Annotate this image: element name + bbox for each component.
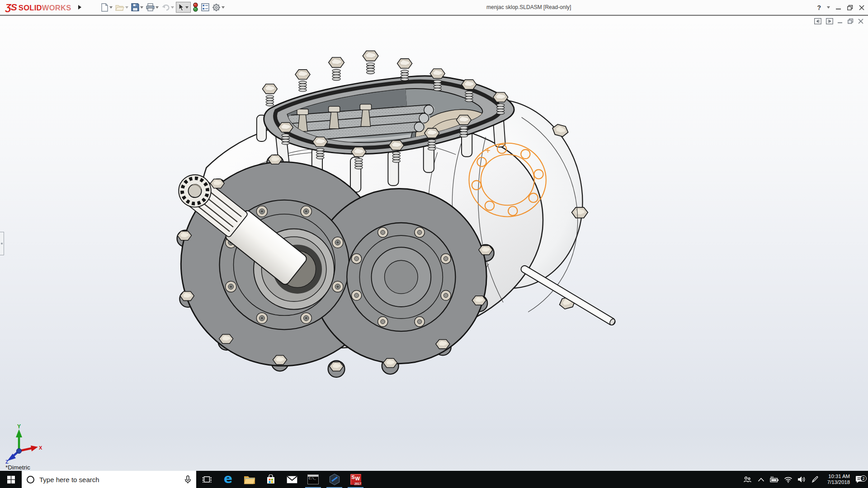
rebuild-stoplight-icon bbox=[193, 3, 198, 12]
solidworks-2017-icon: S W 2017 bbox=[350, 474, 362, 485]
windows-ink-pen-icon bbox=[811, 476, 819, 483]
triad-y-label: Y bbox=[17, 424, 21, 430]
printer-icon bbox=[146, 3, 155, 11]
new-document-icon bbox=[101, 3, 108, 12]
dropdown-caret-icon[interactable] bbox=[109, 6, 113, 9]
save-floppy-icon bbox=[131, 3, 139, 11]
help-button[interactable]: ? bbox=[817, 4, 821, 11]
chevron-up-icon bbox=[758, 478, 764, 482]
options-button[interactable] bbox=[211, 2, 226, 13]
graphics-viewport[interactable]: Y X Z *Dimetric bbox=[0, 15, 868, 471]
output-shaft-thin[interactable] bbox=[520, 264, 617, 326]
tray-clock[interactable]: 10:31 AM 7/13/2018 bbox=[822, 474, 851, 486]
menu-flyout-arrow[interactable] bbox=[78, 5, 82, 10]
search-input[interactable] bbox=[39, 476, 179, 483]
edge-icon: e bbox=[224, 473, 232, 485]
new-document-button[interactable] bbox=[100, 2, 113, 13]
file-properties-button[interactable] bbox=[200, 2, 210, 13]
taskbar-mail[interactable] bbox=[281, 471, 302, 488]
open-folder-icon bbox=[115, 4, 124, 11]
help-caret-icon[interactable] bbox=[827, 6, 830, 9]
taskbar-edge[interactable]: e bbox=[217, 471, 239, 488]
orientation-triad: Y X Z bbox=[2, 424, 45, 464]
print-button[interactable] bbox=[145, 2, 160, 13]
quick-access-toolbar bbox=[100, 1, 226, 13]
titlebar-controls: ? bbox=[817, 0, 864, 15]
taskbar-search-box[interactable] bbox=[22, 471, 196, 488]
solidworks-window: ƷS SOLID WORKS bbox=[0, 0, 868, 488]
3d-model-gearbox-assembly[interactable] bbox=[0, 16, 868, 471]
close-button[interactable] bbox=[859, 5, 864, 10]
taskbar-store[interactable] bbox=[260, 471, 281, 488]
triad-z-label: Z bbox=[5, 459, 9, 464]
rebuild-button[interactable] bbox=[192, 1, 199, 13]
select-tool-button[interactable] bbox=[176, 2, 191, 13]
battery-charging-icon bbox=[770, 476, 779, 483]
doc-close-button[interactable] bbox=[858, 19, 863, 24]
taskbar-file-explorer[interactable] bbox=[239, 471, 260, 488]
task-view-icon bbox=[203, 475, 212, 483]
tray-volume-button[interactable] bbox=[795, 471, 808, 488]
options-gear-icon bbox=[212, 3, 221, 12]
wifi-icon bbox=[784, 476, 793, 483]
tray-pen-button[interactable] bbox=[808, 471, 822, 488]
ds-logo-mark: ƷS bbox=[5, 2, 17, 13]
clock-date: 7/13/2018 bbox=[822, 479, 850, 486]
doc-restore-button[interactable] bbox=[848, 19, 854, 24]
solidworks-logo: ƷS SOLID WORKS bbox=[5, 2, 71, 13]
tray-battery-button[interactable] bbox=[768, 471, 781, 488]
doc-minimize-button[interactable] bbox=[838, 19, 843, 24]
undo-arrow-icon bbox=[161, 4, 170, 11]
task-view-button[interactable] bbox=[196, 471, 217, 488]
dropdown-caret-icon[interactable] bbox=[171, 6, 174, 9]
people-icon bbox=[743, 476, 751, 483]
triad-x-label: X bbox=[39, 445, 42, 450]
titlebar: ƷS SOLID WORKS bbox=[0, 0, 868, 15]
dropdown-caret-icon[interactable] bbox=[125, 6, 128, 9]
minimize-button[interactable] bbox=[836, 5, 841, 10]
dropdown-caret-icon[interactable] bbox=[185, 6, 189, 9]
notification-badge: 2 bbox=[860, 475, 867, 482]
restore-button[interactable] bbox=[847, 5, 853, 10]
system-tray: 10:31 AM 7/13/2018 2 bbox=[741, 471, 868, 488]
dropdown-caret-icon[interactable] bbox=[140, 6, 143, 9]
undo-button[interactable] bbox=[160, 3, 175, 12]
previous-window-button[interactable] bbox=[814, 18, 821, 24]
taskbar-command-prompt[interactable]: C:\_ bbox=[302, 471, 324, 488]
document-window-controls bbox=[814, 18, 863, 24]
file-explorer-icon bbox=[244, 475, 255, 484]
tray-people-button[interactable] bbox=[741, 471, 754, 488]
start-button[interactable] bbox=[0, 471, 22, 488]
dropdown-caret-icon[interactable] bbox=[222, 6, 225, 9]
taskbar-solidworks[interactable]: S W 2017 bbox=[345, 471, 366, 488]
hexagon-app-icon bbox=[329, 474, 340, 485]
windows-logo-icon bbox=[7, 476, 15, 483]
feature-manager-collapsed-tab[interactable] bbox=[0, 232, 4, 255]
dropdown-caret-icon[interactable] bbox=[156, 6, 159, 9]
file-properties-icon bbox=[201, 3, 209, 11]
microphone-icon[interactable] bbox=[184, 475, 191, 484]
window-title: menjac sklop.SLDASM [Read-only] bbox=[486, 4, 571, 10]
save-button[interactable] bbox=[130, 2, 144, 13]
action-center-button[interactable]: 2 bbox=[851, 475, 868, 483]
tray-overflow-button[interactable] bbox=[754, 471, 768, 488]
select-cursor-icon bbox=[178, 3, 184, 11]
tray-network-button[interactable] bbox=[781, 471, 795, 488]
speaker-icon bbox=[797, 476, 806, 483]
clock-time: 10:31 AM bbox=[822, 474, 850, 480]
mail-icon bbox=[287, 476, 297, 483]
view-orientation-label: *Dimetric bbox=[5, 464, 30, 471]
next-window-button[interactable] bbox=[826, 18, 833, 24]
microsoft-store-icon bbox=[266, 474, 276, 484]
right-flange[interactable] bbox=[347, 223, 455, 331]
command-prompt-icon: C:\_ bbox=[307, 474, 319, 484]
windows-taskbar: e C:\_ bbox=[0, 471, 868, 488]
flyout-arrow-icon bbox=[78, 5, 82, 10]
open-button[interactable] bbox=[114, 2, 129, 13]
cortana-icon bbox=[27, 476, 34, 483]
taskbar-hexagon-app[interactable] bbox=[324, 471, 345, 488]
